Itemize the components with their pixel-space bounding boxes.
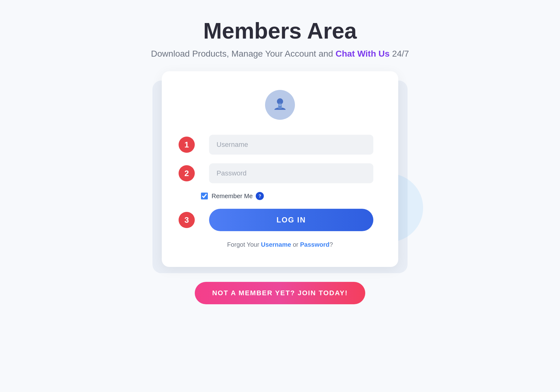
subtitle-link[interactable]: Chat With Us: [335, 49, 390, 58]
forgot-text-end: ?: [329, 241, 333, 248]
remember-me-checkbox[interactable]: [201, 193, 208, 199]
page-header: Members Area Download Products, Manage Y…: [151, 19, 409, 59]
username-input[interactable]: [209, 135, 373, 155]
avatar-container: [187, 90, 373, 120]
step-badge-2: 2: [179, 165, 195, 181]
page-subtitle: Download Products, Manage Your Account a…: [151, 49, 409, 59]
forgot-text-start: Forgot Your: [227, 241, 261, 248]
username-field-row: 1: [187, 135, 373, 155]
remember-me-row: Remember Me ?: [201, 192, 373, 200]
login-row: 3 LOG IN: [187, 209, 373, 231]
join-button-wrapper: NOT A MEMBER YET? JOIN TODAY!: [195, 282, 365, 304]
login-button[interactable]: LOG IN: [209, 209, 373, 231]
subtitle-end: 24/7: [390, 49, 409, 58]
subtitle-start: Download Products, Manage Your Account a…: [151, 49, 335, 58]
step-badge-3: 3: [179, 212, 195, 228]
join-button[interactable]: NOT A MEMBER YET? JOIN TODAY!: [195, 282, 365, 304]
page-title: Members Area: [151, 19, 409, 43]
password-field-row: 2: [187, 163, 373, 183]
forgot-username-link[interactable]: Username: [261, 241, 291, 248]
forgot-row: Forgot Your Username or Password?: [187, 241, 373, 248]
remember-me-label: Remember Me: [212, 193, 253, 200]
step-badge-1: 1: [179, 137, 195, 153]
avatar-icon: [265, 90, 295, 120]
forgot-password-link[interactable]: Password: [300, 241, 329, 248]
svg-point-2: [280, 107, 281, 108]
password-input[interactable]: [209, 163, 373, 183]
user-lock-icon: [271, 96, 289, 114]
card-wrapper: 1 2 Remember Me ? 3 LOG IN Forgot Your U…: [162, 71, 398, 267]
help-icon[interactable]: ?: [256, 192, 264, 200]
forgot-text-mid: or: [291, 241, 300, 248]
login-card: 1 2 Remember Me ? 3 LOG IN Forgot Your U…: [162, 71, 398, 267]
